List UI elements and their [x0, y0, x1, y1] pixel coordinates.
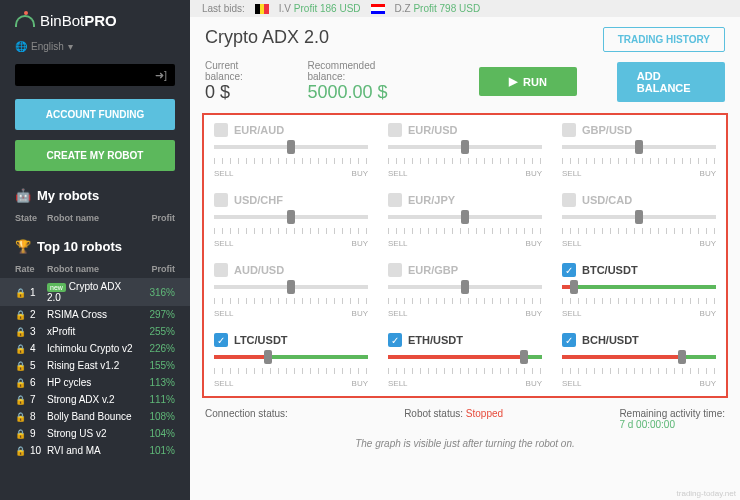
robot-row[interactable]: 🔒10 RVI and MA 101% [0, 442, 190, 459]
lock-icon: 🔒 [15, 429, 26, 439]
lock-icon: 🔒 [15, 412, 26, 422]
sell-label: SELL [388, 309, 408, 318]
pair-slider[interactable] [388, 351, 542, 363]
pair-checkbox[interactable]: ✓ [388, 333, 402, 347]
robot-row[interactable]: 🔒2 RSIMA Cross 297% [0, 306, 190, 323]
sell-label: SELL [214, 239, 234, 248]
pair-slider[interactable] [214, 211, 368, 223]
trading-history-button[interactable]: TRADING HISTORY [603, 27, 725, 52]
balance-display: ➜] [15, 64, 175, 86]
pair-slider[interactable] [388, 211, 542, 223]
pair-card: EUR/USD SELL BUY [388, 123, 542, 178]
pair-checkbox[interactable]: ✓ [214, 333, 228, 347]
page-title: Crypto ADX 2.0 [205, 27, 329, 48]
lock-icon: 🔒 [15, 344, 26, 354]
pair-name: AUD/USD [234, 264, 284, 276]
pair-card: EUR/JPY SELL BUY [388, 193, 542, 248]
pair-name: USD/CHF [234, 194, 283, 206]
pair-name: USD/CAD [582, 194, 632, 206]
robot-list: 🔒1 newCrypto ADX 2.0 316%🔒2 RSIMA Cross … [0, 278, 190, 459]
pair-checkbox[interactable] [562, 193, 576, 207]
page-header: Crypto ADX 2.0 TRADING HISTORY [190, 17, 740, 60]
buy-label: BUY [700, 379, 716, 388]
buy-label: BUY [526, 169, 542, 178]
pair-slider[interactable] [562, 281, 716, 293]
chevron-down-icon: ▾ [68, 41, 73, 52]
pair-checkbox[interactable]: ✓ [562, 333, 576, 347]
pair-slider[interactable] [562, 141, 716, 153]
sell-label: SELL [388, 239, 408, 248]
buy-label: BUY [352, 379, 368, 388]
lock-icon: 🔒 [15, 378, 26, 388]
buy-label: BUY [526, 309, 542, 318]
pair-checkbox[interactable] [388, 123, 402, 137]
pair-checkbox[interactable] [214, 263, 228, 277]
pair-name: ETH/USDT [408, 334, 463, 346]
lock-icon: 🔒 [15, 446, 26, 456]
current-balance-value: 0 $ [205, 82, 267, 103]
sell-label: SELL [562, 309, 582, 318]
pair-checkbox[interactable] [388, 193, 402, 207]
robot-row[interactable]: 🔒5 Rising East v1.2 155% [0, 357, 190, 374]
pair-checkbox[interactable] [388, 263, 402, 277]
language-selector[interactable]: 🌐 English ▾ [0, 37, 190, 56]
lock-icon: 🔒 [15, 310, 26, 320]
trophy-icon: 🏆 [15, 239, 31, 254]
run-button[interactable]: ▶ RUN [479, 67, 577, 96]
buy-label: BUY [352, 239, 368, 248]
robot-row[interactable]: 🔒4 Ichimoku Crypto v2 226% [0, 340, 190, 357]
robot-row[interactable]: 🔒7 Strong ADX v.2 111% [0, 391, 190, 408]
sell-label: SELL [388, 379, 408, 388]
sell-label: SELL [562, 239, 582, 248]
pair-checkbox[interactable]: ✓ [562, 263, 576, 277]
buy-label: BUY [352, 309, 368, 318]
pair-slider[interactable] [388, 281, 542, 293]
watermark: trading-today.net [677, 489, 736, 498]
pair-name: BCH/USDT [582, 334, 639, 346]
pair-slider[interactable] [214, 141, 368, 153]
robot-row[interactable]: 🔒6 HP cycles 113% [0, 374, 190, 391]
lock-icon: 🔒 [15, 288, 26, 298]
sidebar: BinBotPRO 🌐 English ▾ ➜] ACCOUNT FUNDING… [0, 0, 190, 500]
play-icon: ▶ [509, 75, 517, 88]
pair-checkbox[interactable] [562, 123, 576, 137]
globe-icon: 🌐 [15, 41, 27, 52]
robot-row[interactable]: 🔒9 Strong US v2 104% [0, 425, 190, 442]
robot-row[interactable]: 🔒1 newCrypto ADX 2.0 316% [0, 278, 190, 306]
sell-label: SELL [214, 309, 234, 318]
rec-balance-label: Recommended balance: [307, 60, 399, 82]
graph-note: The graph is visible just after turning … [190, 434, 740, 453]
top-robots-header: Rate Robot name Profit [0, 260, 190, 278]
robot-row[interactable]: 🔒3 xProfit 255% [0, 323, 190, 340]
pair-checkbox[interactable] [214, 193, 228, 207]
pair-card: GBP/USD SELL BUY [562, 123, 716, 178]
add-balance-button[interactable]: ADD BALANCE [617, 62, 725, 102]
pair-name: EUR/GBP [408, 264, 458, 276]
account-funding-button[interactable]: ACCOUNT FUNDING [15, 99, 175, 130]
status-row: Connection status: Robot status: Stopped… [190, 398, 740, 434]
remaining-time: Remaining activity time: 7 d 00:00:00 [619, 408, 725, 430]
connection-status: Connection status: [205, 408, 288, 430]
buy-label: BUY [700, 169, 716, 178]
pair-name: BTC/USDT [582, 264, 638, 276]
robot-status: Robot status: Stopped [404, 408, 503, 430]
create-robot-button[interactable]: CREATE MY ROBOT [15, 140, 175, 171]
my-robots-header: State Robot name Profit [0, 209, 190, 227]
pair-slider[interactable] [388, 141, 542, 153]
robot-icon: 🤖 [15, 188, 31, 203]
pair-slider[interactable] [562, 351, 716, 363]
logo[interactable]: BinBotPRO [0, 0, 190, 37]
exit-icon[interactable]: ➜] [155, 69, 167, 82]
pair-checkbox[interactable] [214, 123, 228, 137]
buy-label: BUY [700, 309, 716, 318]
my-robots-title: 🤖 My robots [0, 176, 190, 209]
robot-row[interactable]: 🔒8 Bolly Band Bounce 108% [0, 408, 190, 425]
sell-label: SELL [214, 169, 234, 178]
pair-card: USD/CAD SELL BUY [562, 193, 716, 248]
pair-card: EUR/AUD SELL BUY [214, 123, 368, 178]
pair-slider[interactable] [562, 211, 716, 223]
pair-name: EUR/AUD [234, 124, 284, 136]
pair-slider[interactable] [214, 281, 368, 293]
logo-icon [15, 15, 35, 27]
pair-slider[interactable] [214, 351, 368, 363]
